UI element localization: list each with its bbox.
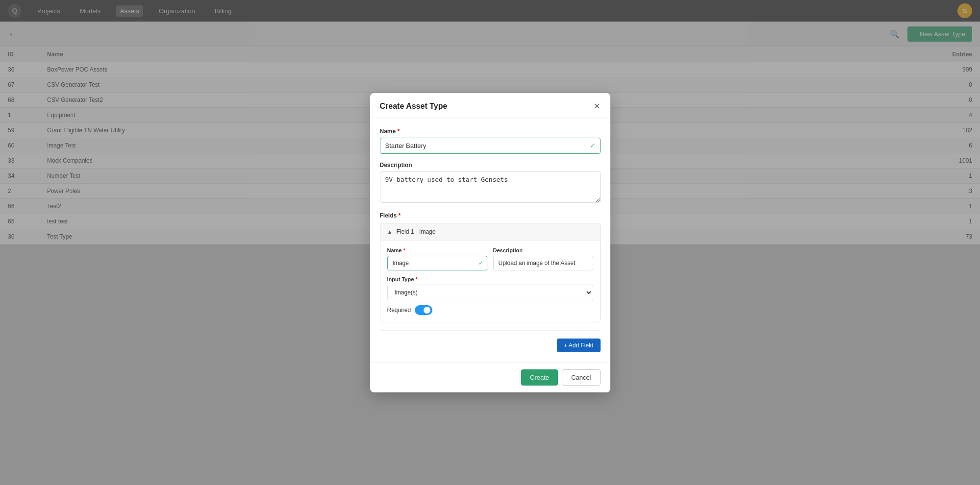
field1-accordion: ▲ Field 1 - Image Name * [380, 223, 601, 322]
name-label: Name * [380, 128, 601, 135]
field1-required-toggle[interactable] [415, 305, 432, 315]
field1-check-icon: ✓ [478, 260, 483, 267]
cancel-button[interactable]: Cancel [562, 369, 600, 386]
description-textarea[interactable] [380, 171, 601, 203]
description-label: Description [380, 162, 601, 169]
field1-name-input[interactable] [387, 256, 487, 270]
add-field-row: + Add Field [380, 330, 601, 352]
modal-header: Create Asset Type ✕ [370, 93, 610, 118]
field1-name-col: Name * ✓ [387, 247, 487, 270]
field1-desc-label: Description [493, 247, 593, 253]
name-input-wrapper: ✓ [380, 138, 601, 154]
field1-accordion-header[interactable]: ▲ Field 1 - Image [380, 223, 600, 240]
field1-name-desc-row: Name * ✓ Description [387, 247, 593, 270]
field1-required-label: Required [387, 307, 411, 314]
modal-footer: Create Cancel [370, 362, 610, 392]
modal-body: Name * ✓ Description Fields * [370, 118, 610, 362]
toggle-thumb [424, 307, 430, 314]
name-input[interactable] [380, 138, 601, 154]
accordion-arrow-icon: ▲ [387, 229, 393, 235]
modal-title: Create Asset Type [380, 102, 448, 111]
field1-input-type-select[interactable]: Image(s) Text Number Date File [387, 285, 593, 300]
toggle-track [415, 305, 432, 315]
fields-label: Fields * [380, 212, 601, 219]
field1-input-type-label: Input Type * [387, 276, 593, 282]
check-icon: ✓ [590, 142, 596, 149]
field1-desc-input-wrapper [493, 256, 593, 270]
modal-overlay: Create Asset Type ✕ Name * ✓ Description [0, 0, 980, 485]
field1-accordion-body: Name * ✓ Description [380, 240, 600, 322]
field1-required-row: Required [387, 305, 593, 315]
field1-header-label: Field 1 - Image [396, 228, 435, 235]
description-field-group: Description [380, 162, 601, 204]
create-button[interactable]: Create [521, 369, 558, 386]
fields-section: Fields * ▲ Field 1 - Image Name * [380, 212, 601, 322]
field1-desc-col: Description [493, 247, 593, 270]
field1-desc-input[interactable] [493, 256, 593, 270]
field1-name-input-wrapper: ✓ [387, 256, 487, 270]
add-field-button[interactable]: + Add Field [557, 339, 600, 352]
close-button[interactable]: ✕ [593, 102, 601, 111]
field1-input-type-group: Input Type * Image(s) Text Number Date F… [387, 276, 593, 300]
create-asset-type-modal: Create Asset Type ✕ Name * ✓ Description [370, 93, 610, 392]
name-field-group: Name * ✓ [380, 128, 601, 154]
field1-name-label: Name * [387, 247, 487, 253]
